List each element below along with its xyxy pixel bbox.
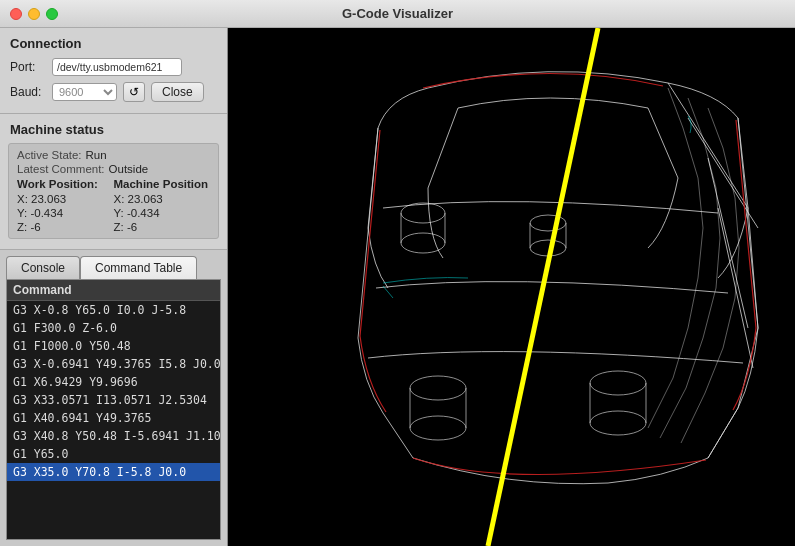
- baud-row: Baud: 9600 115200 ↺ Close: [0, 79, 227, 105]
- 3d-viewport[interactable]: [228, 28, 795, 546]
- command-table-area: Command G3 X-0.8 Y65.0 I0.0 J-5.8G1 F300…: [6, 279, 221, 540]
- latest-comment-label: Latest Comment:: [17, 163, 105, 175]
- z-machine-value: Z: -6: [114, 220, 211, 234]
- latest-comment-row: Latest Comment: Outside: [17, 162, 210, 176]
- z-work-value: Z: -6: [17, 220, 114, 234]
- command-row[interactable]: G3 X40.8 Y50.48 I-5.6941 J1.103: [7, 427, 220, 445]
- y-work-value: Y: -0.434: [17, 206, 114, 220]
- active-state-value: Run: [86, 149, 107, 161]
- port-row: Port:: [0, 55, 227, 79]
- latest-comment-value: Outside: [109, 163, 149, 175]
- command-row[interactable]: G3 X35.0 Y70.8 I-5.8 J0.0: [7, 463, 220, 481]
- titlebar: G-Code Visualizer: [0, 0, 795, 28]
- connection-header: Connection: [0, 28, 227, 55]
- status-box: Active State: Run Latest Comment: Outsid…: [8, 143, 219, 239]
- machine-status-header: Machine status: [0, 114, 227, 141]
- command-list[interactable]: G3 X-0.8 Y65.0 I0.0 J-5.8G1 F300.0 Z-6.0…: [7, 301, 220, 539]
- x-machine-value: X: 23.063: [114, 192, 211, 206]
- command-row[interactable]: G1 Y65.0: [7, 445, 220, 463]
- command-row[interactable]: G1 F300.0 Z-6.0: [7, 319, 220, 337]
- y-machine-value: Y: -0.434: [114, 206, 211, 220]
- main-content: Connection Port: Baud: 9600 115200 ↺ Clo…: [0, 28, 795, 546]
- command-row[interactable]: G3 X-0.8 Y65.0 I0.0 J-5.8: [7, 301, 220, 319]
- viewport-svg: [228, 28, 795, 546]
- positions-grid: Work Position: Machine Position X: 23.06…: [17, 176, 210, 234]
- active-state-label: Active State:: [17, 149, 82, 161]
- minimize-window-button[interactable]: [28, 8, 40, 20]
- window-controls: [10, 8, 58, 20]
- command-table-tab[interactable]: Command Table: [80, 256, 197, 279]
- tabs-container: Console Command Table: [0, 250, 227, 279]
- svg-rect-0: [228, 28, 795, 546]
- baud-label: Baud:: [10, 85, 46, 99]
- command-row[interactable]: G3 X-0.6941 Y49.3765 I5.8 J0.0: [7, 355, 220, 373]
- command-table-header: Command: [7, 280, 220, 301]
- command-row[interactable]: G1 X6.9429 Y9.9696: [7, 373, 220, 391]
- refresh-button[interactable]: ↺: [123, 82, 145, 102]
- maximize-window-button[interactable]: [46, 8, 58, 20]
- command-row[interactable]: G1 F1000.0 Y50.48: [7, 337, 220, 355]
- active-state-row: Active State: Run: [17, 148, 210, 162]
- machine-position-header: Machine Position: [114, 176, 211, 192]
- connection-section: Connection Port: Baud: 9600 115200 ↺ Clo…: [0, 28, 227, 114]
- window-title: G-Code Visualizer: [342, 6, 453, 21]
- left-panel: Connection Port: Baud: 9600 115200 ↺ Clo…: [0, 28, 228, 546]
- close-window-button[interactable]: [10, 8, 22, 20]
- port-label: Port:: [10, 60, 46, 74]
- work-position-header: Work Position:: [17, 176, 114, 192]
- command-row[interactable]: G3 X33.0571 I13.0571 J2.5304: [7, 391, 220, 409]
- console-tab[interactable]: Console: [6, 256, 80, 279]
- command-row[interactable]: G1 X40.6941 Y49.3765: [7, 409, 220, 427]
- baud-select[interactable]: 9600 115200: [52, 83, 117, 101]
- x-work-value: X: 23.063: [17, 192, 114, 206]
- close-connection-button[interactable]: Close: [151, 82, 204, 102]
- machine-status-section: Machine status Active State: Run Latest …: [0, 114, 227, 250]
- port-input[interactable]: [52, 58, 182, 76]
